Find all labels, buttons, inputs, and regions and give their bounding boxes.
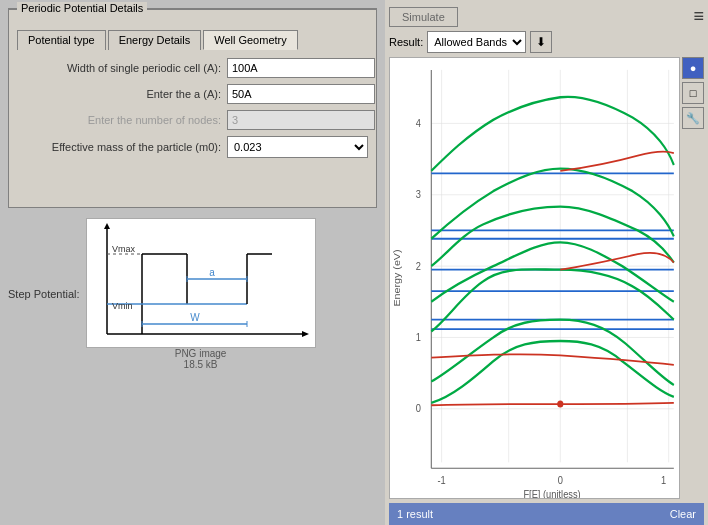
wrench-btn[interactable]: 🔧 [682,107,704,129]
svg-text:0: 0 [558,474,564,486]
svg-text:2: 2 [416,260,422,272]
chart-area: 0 1 2 3 4 -1 0 1 Energy (eV) F[E] (unitl… [389,57,680,499]
a-input[interactable] [227,84,375,104]
svg-text:Energy (eV): Energy (eV) [392,249,402,306]
diagram-svg: a W Vmax Vmin [87,219,316,348]
svg-point-51 [557,400,563,407]
nodes-input [227,110,375,130]
svg-text:a: a [209,267,215,278]
chart-svg: 0 1 2 3 4 -1 0 1 Energy (eV) F[E] (unitl… [390,58,679,498]
tab-bar: Potential type Energy Details Well Geome… [17,30,368,50]
step-potential-diagram: a W Vmax Vmin [86,218,316,348]
panel-title: Periodic Potential Details [17,2,147,14]
status-bar: 1 result Clear [389,503,704,525]
svg-text:W: W [190,312,200,323]
width-label: Width of single periodic cell (A): [17,62,227,74]
svg-text:-1: -1 [437,474,446,486]
effective-mass-select[interactable]: 0.023 0.067 0.1 0.5 1.0 [227,136,368,158]
result-label: Result: [389,36,423,48]
nodes-row: Enter the number of nodes: [17,110,368,130]
png-info: PNG image 18.5 kB [86,348,316,370]
right-toolbar: Simulate ≡ [389,6,704,27]
step-potential-label: Step Potential: [8,288,80,300]
a-row: Enter the a (A): [17,84,368,104]
svg-text:Vmax: Vmax [112,244,136,254]
svg-text:3: 3 [416,189,422,201]
a-label: Enter the a (A): [17,88,227,100]
svg-marker-2 [302,331,309,337]
svg-text:4: 4 [416,117,422,129]
clear-button[interactable]: Clear [670,508,696,520]
width-input[interactable] [227,58,375,78]
nodes-label: Enter the number of nodes: [17,114,227,126]
svg-text:1: 1 [661,474,667,486]
circle-mode-btn[interactable]: ● [682,57,704,79]
svg-text:1: 1 [416,331,422,343]
effective-mass-row: Effective mass of the particle (m0): 0.0… [17,136,368,158]
chart-sidebar: ● □ 🔧 [682,57,704,499]
svg-text:Vmin: Vmin [112,301,133,311]
svg-text:0: 0 [416,403,422,415]
tab-energy-details[interactable]: Energy Details [108,30,202,50]
svg-marker-3 [104,223,110,229]
chart-wrapper: 0 1 2 3 4 -1 0 1 Energy (eV) F[E] (unitl… [389,57,704,499]
effective-mass-label: Effective mass of the particle (m0): [17,141,227,153]
svg-text:F[E] (unitless): F[E] (unitless) [523,488,580,498]
diagram-area: Step Potential: [8,214,377,374]
svg-rect-21 [390,58,679,498]
width-row: Width of single periodic cell (A): [17,58,368,78]
tab-potential-type[interactable]: Potential type [17,30,106,50]
result-select[interactable]: Allowed Bands Dispersion Wave Function [427,31,526,53]
result-row: Result: Allowed Bands Dispersion Wave Fu… [389,31,704,53]
download-icon-btn[interactable]: ⬇ [530,31,552,53]
hamburger-icon[interactable]: ≡ [693,6,704,27]
result-count: 1 result [397,508,433,520]
tab-well-geometry[interactable]: Well Geometry [203,30,298,50]
simulate-button[interactable]: Simulate [389,7,458,27]
square-mode-btn[interactable]: □ [682,82,704,104]
